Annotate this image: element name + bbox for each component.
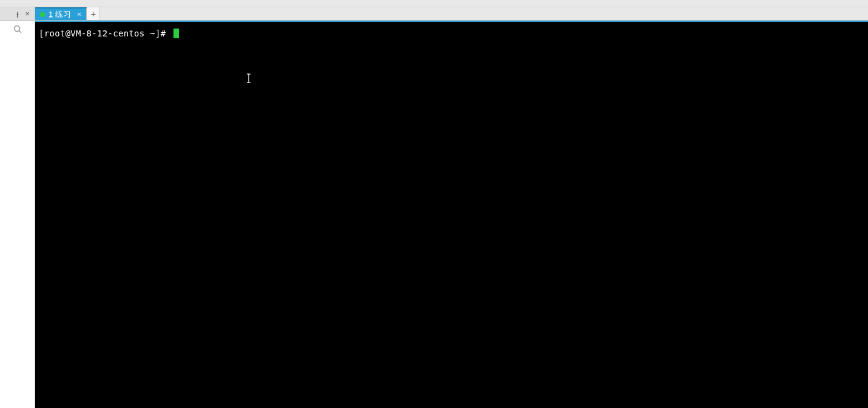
terminal-cursor (173, 29, 179, 38)
mouse-ibeam-cursor (246, 73, 247, 83)
svg-line-1 (19, 31, 21, 33)
search-icon[interactable] (13, 24, 22, 34)
tab-session-1[interactable]: 1 练习 × (35, 7, 87, 20)
terminal-line: [root@VM-8-12-centos ~]# (39, 28, 864, 39)
shell-prompt: [root@VM-8-12-centos ~]# (39, 29, 171, 38)
tab-close-icon[interactable]: × (77, 10, 82, 18)
svg-point-0 (14, 26, 19, 32)
tab-title-text: 练习 (55, 10, 71, 19)
new-tab-button[interactable]: + (87, 7, 100, 20)
pin-icon[interactable] (14, 10, 21, 18)
sidebar-panel (0, 21, 35, 408)
main-area: [root@VM-8-12-centos ~]# (0, 21, 868, 408)
sidebar-close-icon[interactable]: × (25, 10, 30, 18)
terminal-viewport[interactable]: [root@VM-8-12-centos ~]# (35, 21, 868, 408)
tab-status-dot (40, 12, 45, 17)
sidebar-tab-controls: × (0, 7, 35, 20)
tab-number: 1 (49, 10, 53, 19)
tab-label: 1 练习 (49, 9, 71, 20)
window-title-bar (0, 0, 868, 7)
tabs-bar: × 1 练习 × + (0, 7, 868, 21)
